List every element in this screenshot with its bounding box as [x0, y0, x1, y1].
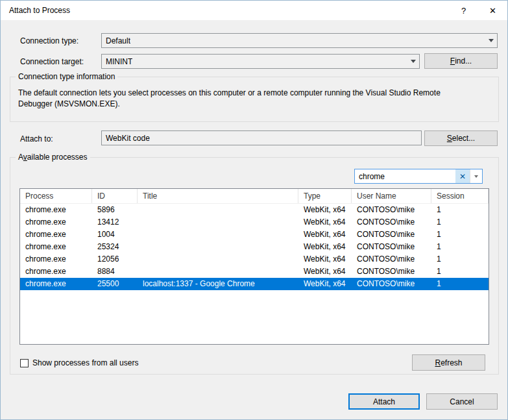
checkbox-icon: [20, 359, 29, 367]
cell-username: CONTOSO\mike: [352, 278, 431, 290]
column-header-type[interactable]: Type: [298, 189, 352, 203]
table-row[interactable]: chrome.exe 25500 localhost:1337 - Google…: [20, 278, 489, 290]
close-button[interactable]: ✕: [478, 1, 507, 20]
cell-title: localhost:1337 - Google Chrome: [138, 278, 298, 290]
titlebar: Attach to Process ? ✕: [1, 1, 507, 20]
connection-target-label: Connection target:: [20, 57, 84, 66]
process-table: Process ID Title Type User Name Session …: [19, 188, 489, 345]
cell-type: WebKit, x64: [298, 241, 352, 253]
cell-process: chrome.exe: [20, 266, 92, 278]
cell-process: chrome.exe: [20, 253, 92, 266]
connection-info-group-title: Connection type information: [16, 72, 117, 81]
cell-process: chrome.exe: [20, 216, 92, 229]
cell-username: CONTOSO\mike: [352, 216, 431, 229]
connection-type-label: Connection type:: [20, 36, 79, 45]
attach-to-label: Attach to:: [20, 134, 53, 143]
cell-session: 1: [431, 278, 489, 290]
table-row[interactable]: chrome.exe 13412 WebKit, x64 CONTOSO\mik…: [20, 216, 489, 229]
chevron-down-icon: [485, 34, 497, 47]
cell-id: 12056: [92, 253, 138, 266]
cell-process: chrome.exe: [20, 241, 92, 253]
attach-button[interactable]: Attach: [348, 393, 420, 410]
cell-process: chrome.exe: [20, 204, 92, 216]
cell-session: 1: [431, 253, 489, 266]
cell-type: WebKit, x64: [298, 229, 352, 241]
cell-username: CONTOSO\mike: [352, 229, 431, 241]
table-row[interactable]: chrome.exe 25324 WebKit, x64 CONTOSO\mik…: [20, 241, 489, 253]
table-row[interactable]: chrome.exe 12056 WebKit, x64 CONTOSO\mik…: [20, 253, 489, 266]
cell-type: WebKit, x64: [298, 278, 352, 290]
cell-type: WebKit, x64: [298, 266, 352, 278]
help-button[interactable]: ?: [449, 1, 478, 20]
connection-target-combo[interactable]: MININT: [101, 54, 420, 69]
table-row[interactable]: chrome.exe 8884 WebKit, x64 CONTOSO\mike…: [20, 266, 489, 278]
attach-to-process-dialog: Attach to Process ? ✕ Connection type: D…: [0, 0, 508, 420]
cell-session: 1: [431, 204, 489, 216]
table-row[interactable]: chrome.exe 5896 WebKit, x64 CONTOSO\mike…: [20, 204, 489, 216]
connection-target-value: MININT: [102, 57, 132, 66]
cell-id: 25500: [92, 278, 138, 290]
cell-type: WebKit, x64: [298, 216, 352, 229]
cell-id: 13412: [92, 216, 138, 229]
process-filter-input[interactable]: chrome ✕: [354, 169, 483, 184]
cell-username: CONTOSO\mike: [352, 204, 431, 216]
cell-username: CONTOSO\mike: [352, 241, 431, 253]
cell-session: 1: [431, 266, 489, 278]
cell-id: 5896: [92, 204, 138, 216]
column-header-session[interactable]: Session: [431, 189, 489, 203]
attach-to-field[interactable]: WebKit code: [101, 130, 422, 145]
chevron-down-icon: [407, 55, 419, 68]
column-header-process[interactable]: Process: [20, 189, 92, 203]
cancel-button[interactable]: Cancel: [426, 393, 498, 410]
window-title: Attach to Process: [9, 6, 70, 15]
connection-info-text: The default connection lets you select p…: [18, 88, 466, 110]
column-header-id[interactable]: ID: [92, 189, 138, 203]
process-list: chrome.exe 5896 WebKit, x64 CONTOSO\mike…: [20, 204, 489, 290]
cell-session: 1: [431, 216, 489, 229]
help-icon: ?: [461, 6, 466, 16]
cell-id: 8884: [92, 266, 138, 278]
select-button[interactable]: Select...: [424, 130, 498, 146]
show-all-users-label: Show processes from all users: [32, 358, 138, 367]
connection-type-select[interactable]: Default: [101, 33, 498, 48]
chevron-down-icon: [474, 175, 478, 178]
process-filter-value: chrome: [355, 172, 455, 181]
cell-id: 1004: [92, 229, 138, 241]
column-header-username[interactable]: User Name: [352, 189, 431, 203]
attach-to-value: WebKit code: [102, 134, 150, 143]
cell-process: chrome.exe: [20, 278, 92, 290]
cell-type: WebKit, x64: [298, 204, 352, 216]
cell-username: CONTOSO\mike: [352, 266, 431, 278]
column-header-title[interactable]: Title: [138, 189, 298, 203]
filter-dropdown-button[interactable]: [470, 169, 482, 183]
available-processes-title: Available processes: [16, 153, 90, 162]
table-row[interactable]: chrome.exe 1004 WebKit, x64 CONTOSO\mike…: [20, 229, 489, 241]
cell-process: chrome.exe: [20, 229, 92, 241]
cell-type: WebKit, x64: [298, 253, 352, 266]
cell-session: 1: [431, 241, 489, 253]
clear-icon: ✕: [459, 172, 466, 181]
refresh-button[interactable]: Refresh: [412, 354, 485, 371]
close-icon: ✕: [489, 6, 496, 16]
connection-type-value: Default: [102, 36, 130, 45]
clear-filter-button[interactable]: ✕: [455, 169, 470, 183]
cell-session: 1: [431, 229, 489, 241]
show-all-users-checkbox[interactable]: Show processes from all users: [20, 358, 138, 367]
cell-id: 25324: [92, 241, 138, 253]
connection-info-group: Connection type information The default …: [10, 77, 499, 122]
find-button[interactable]: Find...: [424, 53, 498, 69]
process-table-header: Process ID Title Type User Name Session: [20, 189, 489, 204]
cell-username: CONTOSO\mike: [352, 253, 431, 266]
